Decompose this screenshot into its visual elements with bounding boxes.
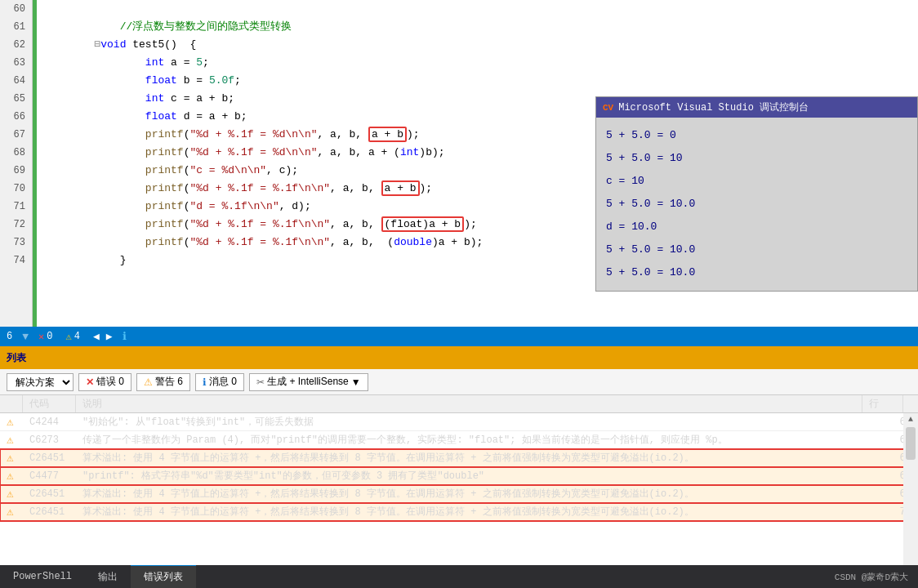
col-desc-label: 说明: [82, 397, 102, 411]
code-line-62: int a = 5;: [43, 36, 918, 54]
vs-output-line-7: 5 + 5.0 = 10.0: [606, 261, 907, 284]
info-icon: ℹ: [123, 330, 127, 343]
tab-error-list[interactable]: 错误列表: [131, 565, 196, 588]
build-label: 生成 + IntelliSense: [267, 375, 349, 389]
scroll-up-arrow[interactable]: ▲: [908, 415, 913, 424]
col-line-label: 行: [869, 397, 879, 411]
error-code-3: C26451: [23, 451, 76, 466]
col-code-label: 代码: [29, 397, 49, 411]
warn-icon-1: ⚠: [7, 416, 13, 429]
error-code-6: C26451: [23, 505, 76, 519]
warn-icon-5: ⚠: [7, 488, 13, 501]
warning-filter-label: 警告 6: [155, 375, 183, 389]
warn-icon-3: ⚠: [7, 452, 13, 465]
error-desc-6: 算术溢出: 使用 4 字节值上的运算符 +，然后将结果转换到 8 字节值。在调用…: [76, 503, 877, 520]
tab-error-list-label: 错误列表: [144, 570, 183, 584]
line-numbers: 60 61 62 63 64 65 66 67 68 69 70 71 72 7…: [0, 0, 33, 327]
build-icon: ✂: [256, 376, 265, 388]
error-x-icon: ✕: [38, 331, 44, 343]
tab-powershell-label: PowerShell: [13, 571, 72, 582]
error-desc-1: "初始化": 从"float"转换到"int"，可能丢失数据: [76, 413, 877, 430]
error-desc-4: "printf": 格式字符串"%d"需要类型"int"的参数，但可变参数 3 …: [76, 467, 877, 484]
vs-output-content: 5 + 5.0 = 0 5 + 5.0 = 10 c = 10 5 + 5.0 …: [596, 118, 917, 291]
warning-count-label: 4: [74, 331, 80, 342]
solution-dropdown[interactable]: 解决方案: [7, 373, 74, 391]
error-table-header: 代码 说明 行: [0, 395, 918, 413]
tab-output[interactable]: 输出: [85, 565, 131, 588]
nav-forward-button[interactable]: ▶: [106, 330, 113, 343]
bottom-tab-bar: PowerShell 输出 错误列表 CSDN @蒙奇D索大: [0, 565, 918, 588]
branding-text: CSDN @蒙奇D索大: [835, 571, 918, 583]
message-filter-label: 消息 0: [209, 375, 237, 389]
warning-triangle-icon: ⚠: [65, 331, 71, 343]
code-line-60: //浮点数与整数之间的隐式类型转换: [43, 0, 918, 18]
nav-back-button[interactable]: ◀: [93, 330, 100, 343]
warning-count-badge[interactable]: ⚠ 4: [65, 331, 79, 343]
vs-output-title-bar: CV Microsoft Visual Studio 调试控制台: [596, 97, 917, 118]
code-line-63: float b = 5.0f;: [43, 54, 918, 72]
error-count-badge[interactable]: ✕ 0: [38, 331, 52, 343]
separator: ▼: [22, 331, 29, 343]
error-row-4[interactable]: ⚠ C4477 "printf": 格式字符串"%d"需要类型"int"的参数，…: [0, 467, 918, 485]
col-header-code: 代码: [23, 395, 76, 412]
vs-output-title-text: Microsoft Visual Studio 调试控制台: [618, 100, 809, 114]
vs-output-line-4: 5 + 5.0 = 10.0: [606, 193, 907, 216]
scroll-thumb[interactable]: [906, 427, 916, 460]
vs-output-line-2: 5 + 5.0 = 10: [606, 147, 907, 170]
error-row-5[interactable]: ⚠ C26451 算术溢出: 使用 4 字节值上的运算符 +，然后将结果转换到 …: [0, 485, 918, 503]
build-intellisense-button[interactable]: ✂ 生成 + IntelliSense ▼: [249, 373, 368, 391]
warn-icon-2: ⚠: [7, 434, 13, 447]
error-row-2[interactable]: ⚠ C6273 传递了一个非整数作为 Param (4), 而对"printf"…: [0, 431, 918, 449]
error-list-section-header: 列表: [0, 346, 918, 369]
error-code-2: C6273: [23, 433, 76, 448]
error-desc-5: 算术溢出: 使用 4 字节值上的运算符 +，然后将结果转换到 8 字节值。在调用…: [76, 485, 877, 502]
error-list-section-title: 列表: [7, 351, 26, 365]
error-count-label: 0: [47, 331, 52, 342]
col-header-scroll: [903, 395, 918, 412]
error-filter-label: 错误 0: [96, 375, 124, 389]
message-filter-icon: ℹ: [203, 376, 207, 388]
warn-icon-4: ⚠: [7, 470, 13, 483]
error-filter-button[interactable]: ✕ 错误 0: [78, 373, 131, 391]
error-row-3[interactable]: ⚠ C26451 算术溢出: 使用 4 字节值上的运算符 +，然后将结果转换到 …: [0, 449, 918, 467]
code-line-61: ⊟void test5() {: [43, 18, 918, 36]
code-editor[interactable]: 60 61 62 63 64 65 66 67 68 69 70 71 72 7…: [0, 0, 918, 327]
vs-output-line-6: 5 + 5.0 = 10.0: [606, 238, 907, 261]
line-indicator: 6: [7, 331, 12, 342]
vs-logo: CV: [603, 103, 613, 113]
error-row-1[interactable]: ⚠ C4244 "初始化": 从"float"转换到"int"，可能丢失数据 6…: [0, 413, 918, 431]
warn-icon-6: ⚠: [7, 506, 13, 519]
error-filter-icon: ✕: [86, 376, 94, 388]
vs-output-line-3: c = 10: [606, 170, 907, 193]
error-list-container: 代码 说明 行 ⚠ C4244 "初始化": 从"float"转换到"int"，…: [0, 395, 918, 575]
vs-output-line-1: 5 + 5.0 = 0: [606, 124, 907, 147]
error-code-1: C4244: [23, 415, 76, 430]
message-filter-button[interactable]: ℹ 消息 0: [195, 373, 244, 391]
error-list-scrollbar[interactable]: ▲: [903, 413, 918, 575]
col-header-line: 行: [862, 395, 903, 412]
error-desc-2: 传递了一个非整数作为 Param (4), 而对"printf"的调用需要一个整…: [76, 431, 877, 448]
warning-filter-icon: ⚠: [144, 376, 153, 388]
vs-debug-console: CV Microsoft Visual Studio 调试控制台 5 + 5.0…: [595, 96, 918, 292]
warning-filter-button[interactable]: ⚠ 警告 6: [136, 373, 190, 391]
col-header-desc: 说明: [76, 395, 862, 412]
error-list-filter-toolbar: 解决方案 ✕ 错误 0 ⚠ 警告 6 ℹ 消息 0 ✂ 生成 + Intelli…: [0, 369, 918, 395]
vs-output-line-5: d = 10.0: [606, 216, 907, 238]
bottom-nav-toolbar: 6 ▼ ✕ 0 ⚠ 4 ◀ ▶ ℹ: [0, 327, 918, 346]
tab-powershell[interactable]: PowerShell: [0, 565, 85, 588]
error-code-4: C4477: [23, 469, 76, 483]
error-desc-3: 算术溢出: 使用 4 字节值上的运算符 +，然后将结果转换到 8 字节值。在调用…: [76, 449, 877, 466]
build-dropdown-icon: ▼: [351, 376, 361, 388]
col-header-icon: [0, 395, 23, 412]
error-code-5: C26451: [23, 487, 76, 501]
code-line-64: int c = a + b;: [43, 72, 918, 90]
error-row-6[interactable]: ⚠ C26451 算术溢出: 使用 4 字节值上的运算符 +，然后将结果转换到 …: [0, 503, 918, 521]
tab-output-label: 输出: [98, 570, 118, 584]
